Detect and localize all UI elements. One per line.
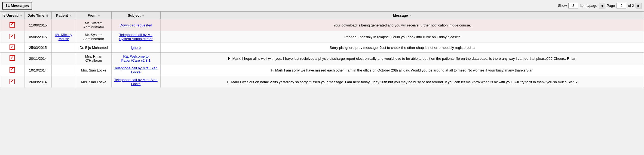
prev-page-button[interactable]: ◀	[599, 3, 605, 8]
cell-message: Phoned - possibly in relapse. Could you …	[160, 31, 644, 43]
sort-icon-message: ≡	[410, 14, 411, 17]
subject-link[interactable]: Telephone call by Mrs. Sian Locke	[114, 78, 158, 86]
cell-is-unread[interactable]	[0, 19, 24, 31]
items-per-page-label: items/page	[580, 4, 597, 8]
table-header-row: Is Unread ≡ Date Time ⇅ Patient ≡ From ≡…	[0, 12, 644, 19]
cell-message: Hi Mark I am sorry we have missed each o…	[160, 64, 644, 76]
unread-checkbox[interactable]	[10, 22, 15, 28]
subject-link[interactable]: Telephone call by Mrs. Sian Locke	[114, 66, 158, 74]
cell-subject[interactable]: ignore	[111, 43, 160, 53]
pagination: Show items/page ◀ Page of 2 ▶	[558, 3, 642, 8]
cell-date-time: 25/03/2015	[24, 43, 51, 53]
sort-icon-subject: ≡	[142, 14, 144, 17]
current-page-input[interactable]	[617, 3, 626, 8]
patient-link[interactable]: Mr. Mickey Mouse	[55, 33, 72, 41]
cell-message: Hi Mark I was out on home visits yesterd…	[160, 76, 644, 88]
cell-message: Hi Mark, I hope all is well with you. I …	[160, 53, 644, 64]
cell-from: Mr. System Administrator	[76, 19, 111, 31]
cell-date-time: 10/10/2014	[24, 64, 51, 76]
sort-icon-date-time: ⇅	[46, 14, 48, 17]
unread-checkbox[interactable]	[10, 34, 15, 39]
cell-from: Mrs. Sian Locke	[76, 64, 111, 76]
subject-link[interactable]: ignore	[131, 46, 141, 50]
items-per-page-input[interactable]	[568, 3, 578, 8]
col-header-message[interactable]: Message ≡	[160, 12, 644, 19]
cell-from: Mrs. Rhian O'Halloran	[76, 53, 111, 64]
cell-subject[interactable]: Download requested	[111, 19, 160, 31]
cell-date-time: 05/05/2015	[24, 31, 51, 43]
cell-patient	[51, 19, 76, 31]
next-page-button[interactable]: ▶	[636, 3, 642, 8]
col-header-date-time[interactable]: Date Time ⇅	[24, 12, 51, 19]
cell-message: Sorry pls ignore prev message. Just to c…	[160, 43, 644, 53]
cell-from: Dr. Biju Mohamed	[76, 43, 111, 53]
unread-checkbox[interactable]	[10, 79, 15, 84]
col-header-patient[interactable]: Patient ≡	[51, 12, 76, 19]
sort-icon-is-unread: ≡	[20, 14, 22, 17]
cell-date-time: 11/06/2015	[24, 19, 51, 31]
subject-link[interactable]: Telephone call by Mr. System Administrat…	[119, 33, 153, 41]
table-row: 26/09/2014Mrs. Sian LockeTelephone call …	[0, 76, 644, 88]
total-pages: of 2	[628, 4, 634, 8]
cell-is-unread[interactable]	[0, 43, 24, 53]
cell-from: Mr. System Administrator	[76, 31, 111, 43]
table-row: 10/10/2014Mrs. Sian LockeTelephone call …	[0, 64, 644, 76]
unread-checkbox[interactable]	[10, 67, 15, 73]
subject-link[interactable]: RE: Welcome to PatientCare v2.8.1	[121, 54, 151, 62]
cell-is-unread[interactable]	[0, 53, 24, 64]
cell-subject[interactable]: RE: Welcome to PatientCare v2.8.1	[111, 53, 160, 64]
col-header-subject[interactable]: Subject ≡	[111, 12, 160, 19]
cell-subject[interactable]: Telephone call by Mrs. Sian Locke	[111, 76, 160, 88]
table-row: 05/05/2015Mr. Mickey MouseMr. System Adm…	[0, 31, 644, 43]
page-label: Page	[607, 4, 615, 8]
sort-icon-patient: ≡	[70, 14, 71, 17]
messages-count: 14 Messages	[2, 2, 32, 10]
cell-subject[interactable]: Telephone call by Mrs. Sian Locke	[111, 64, 160, 76]
cell-date-time: 26/09/2014	[24, 76, 51, 88]
cell-patient[interactable]: Mr. Mickey Mouse	[51, 31, 76, 43]
messages-table: Is Unread ≡ Date Time ⇅ Patient ≡ From ≡…	[0, 11, 644, 88]
cell-from: Mrs. Sian Locke	[76, 76, 111, 88]
cell-patient	[51, 64, 76, 76]
col-header-is-unread[interactable]: Is Unread ≡	[0, 12, 24, 19]
cell-patient	[51, 53, 76, 64]
cell-patient	[51, 43, 76, 53]
table-row: 25/03/2015Dr. Biju MohamedignoreSorry pl…	[0, 43, 644, 53]
show-label: Show	[558, 4, 567, 8]
subject-link[interactable]: Download requested	[120, 23, 152, 27]
cell-is-unread[interactable]	[0, 31, 24, 43]
unread-checkbox[interactable]	[10, 44, 15, 50]
cell-is-unread[interactable]	[0, 64, 24, 76]
cell-message: Your download is being generated and you…	[160, 19, 644, 31]
top-bar: 14 Messages Show items/page ◀ Page of 2 …	[0, 0, 644, 11]
unread-checkbox[interactable]	[10, 55, 15, 61]
cell-patient	[51, 76, 76, 88]
sort-icon-from: ≡	[98, 14, 100, 17]
col-header-from[interactable]: From ≡	[76, 12, 111, 19]
cell-is-unread[interactable]	[0, 76, 24, 88]
table-row: 11/06/2015Mr. System AdministratorDownlo…	[0, 19, 644, 31]
table-row: 20/11/2014Mrs. Rhian O'HalloranRE: Welco…	[0, 53, 644, 64]
cell-date-time: 20/11/2014	[24, 53, 51, 64]
cell-subject[interactable]: Telephone call by Mr. System Administrat…	[111, 31, 160, 43]
